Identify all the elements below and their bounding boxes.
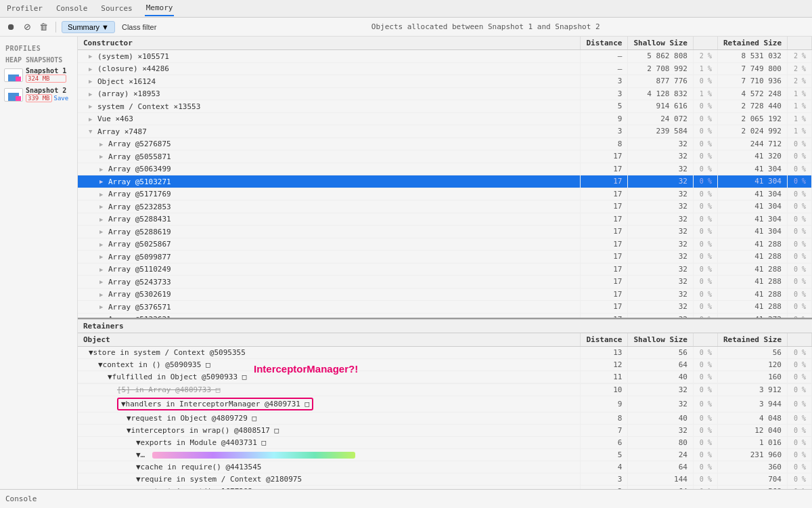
ret-cell-shallow: 64 <box>628 461 693 473</box>
cell-retained: 41 288 <box>717 276 787 289</box>
table-row[interactable]: ▶ Array @5171769 17 32 0 % 41 304 0 % <box>78 188 812 200</box>
cell-distance: 17 <box>581 251 628 263</box>
retainers-row[interactable]: ▼… 5 24 0 % 231 960 0 % <box>78 449 812 461</box>
cell-retained: 41 304 <box>717 213 787 226</box>
ret-cell-distance: 10 <box>581 384 628 396</box>
retainers-row[interactable]: ▼store in system / Context @5095355 13 5… <box>78 347 812 359</box>
nav-profiler[interactable]: Profiler <box>5 1 44 16</box>
table-row[interactable]: ▶ Array @5055871 17 32 0 % 41 320 0 % <box>78 150 812 163</box>
cell-distance: 5 <box>581 100 628 113</box>
ret-cell-object: ▼… <box>78 449 581 461</box>
cell-retained-pct: 0 % <box>788 238 812 251</box>
retainers-row[interactable]: [5] in Array @4809733 □ 10 32 0 % 3 912 … <box>78 384 812 396</box>
cell-retained-pct: 1 % <box>788 100 812 113</box>
cell-shallow-pct: 0 % <box>693 213 717 226</box>
table-row[interactable]: ▶ Array @5243733 17 32 0 % 41 288 0 % <box>78 276 812 289</box>
ret-cell-retained: 3 944 <box>717 396 787 412</box>
retainers-row[interactable]: ▼cache in require() @4413545 4 64 0 % 36… <box>78 461 812 473</box>
delete-button[interactable]: 🗑 <box>37 20 50 34</box>
table-row[interactable]: ▼ Array ×7487 3 239 584 0 % 2 024 992 1 … <box>78 125 812 138</box>
upper-table-container[interactable]: Constructor Distance Shallow Size Retain… <box>78 37 812 319</box>
retainers-row[interactable]: ▼fulfilled in Object @5090933 □ 11 40 0 … <box>78 371 812 383</box>
retainers-row[interactable]: ▼handlers in InterceptorManager @4809731… <box>78 396 812 412</box>
cell-distance: 17 <box>581 301 628 314</box>
ret-cell-distance: 11 <box>581 371 628 383</box>
cell-shallow-pct: 0 % <box>693 238 717 251</box>
cell-distance: 3 <box>581 87 628 100</box>
ret-cell-shallow: 64 <box>628 359 693 371</box>
snapshot-2-item[interactable]: Snapshot 2 339 MB Save <box>0 85 77 104</box>
snapshot-1-name: Snapshot 1 <box>26 67 66 75</box>
cell-shallow: 4 128 832 <box>628 87 693 100</box>
heap-snapshots-title: HEAP SNAPSHOTS <box>0 55 77 65</box>
table-row[interactable]: ▶ (closure) ×44286 – 2 708 992 1 % 7 749… <box>78 62 812 75</box>
table-row[interactable]: ▶ Array @5103271 17 32 0 % 41 304 0 % <box>78 175 812 188</box>
snapshot-1-size: 324 MB <box>26 75 66 83</box>
col-retained-pct <box>788 37 812 50</box>
cell-retained-pct: 1 % <box>788 87 812 100</box>
cell-constructor: ▶ (closure) ×44286 <box>78 62 581 75</box>
interceptor-annotation-row: InterceptorManager?! <box>78 383 812 384</box>
table-row[interactable]: ▶ (system) ×105571 – 5 862 808 2 % 8 531… <box>78 50 812 63</box>
cell-retained-pct: 0 % <box>788 251 812 263</box>
cell-shallow: 32 <box>628 150 693 163</box>
nav-sources[interactable]: Sources <box>99 1 133 16</box>
ret-cell-shallow-pct: 0 % <box>693 396 717 412</box>
ret-cell-retained-pct: 0 % <box>788 473 812 486</box>
retainers-table-container[interactable]: Object Distance Shallow Size Retained Si… <box>78 333 812 489</box>
summary-button[interactable]: Summary ▼ <box>62 21 115 33</box>
cell-constructor: ▶ Array @5110249 <box>78 263 581 276</box>
nav-console[interactable]: Console <box>55 1 89 16</box>
table-row[interactable]: ▶ Array @5302619 17 32 0 % 41 288 0 % <box>78 288 812 301</box>
table-row[interactable]: ▶ Array @5063499 17 32 0 % 41 304 0 % <box>78 163 812 175</box>
ret-cell-shallow-pct: 0 % <box>693 461 717 473</box>
ret-cell-shallow-pct: 0 % <box>693 347 717 359</box>
table-row[interactable]: ▶ Array @5232853 17 32 0 % 41 304 0 % <box>78 200 812 213</box>
table-row[interactable]: ▶ Array @5376571 17 32 0 % 41 288 0 % <box>78 301 812 314</box>
ret-cell-retained: 56 <box>717 347 787 359</box>
table-row[interactable]: ▶ Array @5276875 8 32 0 % 244 712 0 % <box>78 137 812 150</box>
cell-shallow: 877 776 <box>628 75 693 88</box>
cell-retained-pct: 0 % <box>788 301 812 314</box>
snapshot-2-save[interactable]: Save <box>54 95 69 102</box>
retainers-row[interactable]: ▼require in system / Context @2180975 3 … <box>78 473 812 486</box>
ret-cell-retained-pct: 0 % <box>788 425 812 437</box>
snapshot-1-item[interactable]: Snapshot 1 324 MB <box>0 65 77 85</box>
cell-distance: 17 <box>581 150 628 163</box>
cell-shallow: 2 708 992 <box>628 62 693 75</box>
table-row[interactable]: ▶ Array @5288619 17 32 0 % 41 304 0 % <box>78 226 812 238</box>
ret-cell-distance: 13 <box>581 347 628 359</box>
content-area: Constructor Distance Shallow Size Retain… <box>78 37 812 489</box>
record-button[interactable]: ⏺ <box>4 20 18 34</box>
table-row[interactable]: ▶ Array @5133631 17 32 0 % 41 272 0 % <box>78 313 812 319</box>
retainers-row[interactable]: ▼exports in Module @4403731 □ 6 80 0 % 1… <box>78 437 812 449</box>
stop-button[interactable]: ⊘ <box>20 20 34 34</box>
ret-cell-retained: 4 048 <box>717 412 787 425</box>
cell-constructor: ▶ Array @5171769 <box>78 188 581 200</box>
retainers-row[interactable]: ▼interceptors in wrap() @4808517 □ 7 32 … <box>78 425 812 437</box>
table-row[interactable]: ▶ system / Context ×13553 5 914 616 0 % … <box>78 100 812 113</box>
separator <box>55 22 56 33</box>
cell-shallow: 32 <box>628 313 693 319</box>
table-row[interactable]: ▶ Array @5099877 17 32 0 % 41 288 0 % <box>78 251 812 263</box>
retainers-row[interactable]: ▼context in () @5090935 □ 12 64 0 % 120 … <box>78 359 812 371</box>
ret-cell-distance: 12 <box>581 359 628 371</box>
cell-shallow-pct: 0 % <box>693 75 717 88</box>
cell-shallow-pct: 1 % <box>693 62 717 75</box>
cell-retained: 7 749 800 <box>717 62 787 75</box>
cell-shallow: 32 <box>628 276 693 289</box>
table-row[interactable]: ▶ Vue ×463 9 24 072 0 % 2 065 192 1 % <box>78 112 812 125</box>
console-label[interactable]: Console <box>5 494 37 503</box>
cell-shallow: 32 <box>628 263 693 276</box>
table-row[interactable]: ▶ Array @5110249 17 32 0 % 41 288 0 % <box>78 263 812 276</box>
table-row[interactable]: ▶ Array @5025867 17 32 0 % 41 288 0 % <box>78 238 812 251</box>
cell-retained: 41 304 <box>717 188 787 200</box>
cell-retained: 41 288 <box>717 263 787 276</box>
table-row[interactable]: ▶ Object ×16124 3 877 776 0 % 7 710 936 … <box>78 75 812 88</box>
ret-cell-shallow: 24 <box>628 449 693 461</box>
table-row[interactable]: ▶ Array @5288431 17 32 0 % 41 304 0 % <box>78 213 812 226</box>
nav-memory[interactable]: Memory <box>145 1 175 16</box>
retainers-row[interactable]: ▼request in Object @4809729 □ 8 40 0 % 4… <box>78 412 812 425</box>
table-row[interactable]: ▶ (array) ×18953 3 4 128 832 1 % 4 572 2… <box>78 87 812 100</box>
class-filter-button[interactable]: Class filter <box>118 22 160 33</box>
